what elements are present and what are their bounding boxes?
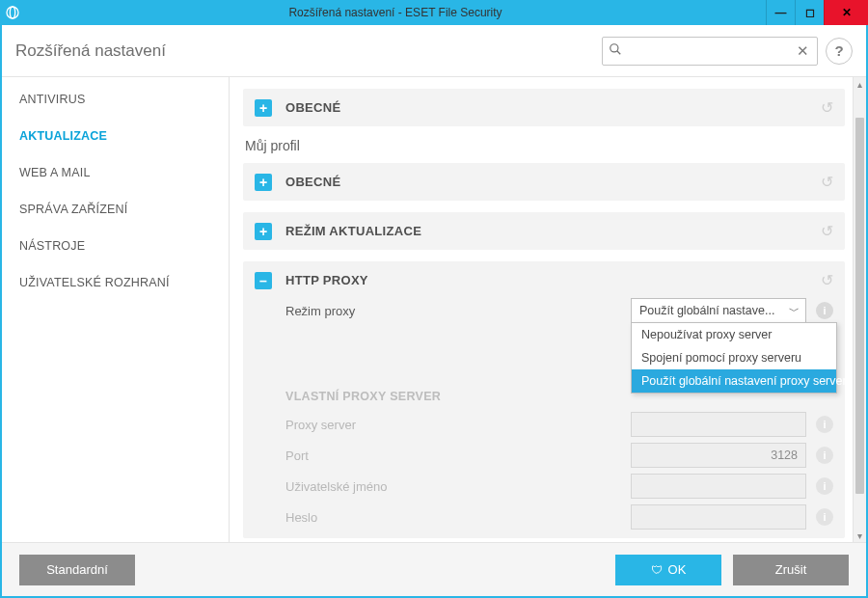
expand-icon[interactable] [255,223,272,240]
field-label: Heslo [285,510,631,525]
expand-icon[interactable] [255,99,272,117]
shield-icon: 🛡 [651,563,663,577]
search-input[interactable] [626,43,795,58]
select-value: Použít globální nastave... [639,304,774,317]
scroll-up-icon[interactable]: ▴ [854,77,866,91]
main-scroll: OBECNÉ ↺ Můj profil OBECNÉ ↺ REŽIM AKTUA… [230,77,853,542]
sidebar-item-aktualizace[interactable]: AKTUALIZACE [2,118,229,154]
section-title: REŽIM AKTUALIZACE [285,224,821,238]
header: Rozšířená nastavení ✕ ? [2,25,866,77]
sidebar-item-antivirus[interactable]: ANTIVIRUS [2,81,229,118]
dropdown-option[interactable]: Nepoužívat proxy server [632,323,836,346]
ok-button[interactable]: 🛡 OK [615,555,721,585]
section-obecne[interactable]: OBECNÉ ↺ [243,163,845,201]
expand-icon[interactable] [255,174,272,191]
section-header[interactable]: HTTP PROXY ↺ [255,271,833,289]
username-input [631,474,806,499]
search-box[interactable]: ✕ [602,37,818,66]
rezim-proxy-dropdown[interactable]: Nepoužívat proxy server Spojení pomocí p… [631,322,837,394]
row-rezim-proxy: Režim proxy Použít globální nastave... ﹀… [285,295,833,326]
titlebar: Rozšířená nastavení - ESET File Security… [0,0,868,25]
clear-search-icon[interactable]: ✕ [795,42,811,60]
content: ANTIVIRUS AKTUALIZACE WEB A MAIL SPRÁVA … [2,77,866,542]
field-label: Port [285,448,631,463]
info-icon: i [816,416,833,433]
port-input [631,443,806,468]
field-label: Režim proxy [285,304,631,318]
reset-icon[interactable]: ↺ [821,98,833,117]
app-logo-icon [0,0,25,25]
window-frame: Rozšířená nastavení ✕ ? ANTIVIRUS AKTUAL… [0,25,868,598]
maximize-button[interactable]: ◻ [795,0,824,25]
password-input [631,504,806,530]
field-label: Proxy server [285,418,631,432]
row-port: Port i [285,440,833,471]
scrollbar[interactable]: ▴ ▾ [853,77,866,542]
scrollbar-thumb[interactable] [855,118,864,494]
info-icon: i [816,508,833,526]
svg-point-1 [10,7,14,18]
section-body: Režim proxy Použít globální nastave... ﹀… [255,289,833,532]
sidebar-item-uzivatelske-rozhrani[interactable]: UŽIVATELSKÉ ROZHRANÍ [2,264,229,301]
svg-point-0 [7,7,18,18]
dropdown-option[interactable]: Spojení pomocí proxy serveru [632,346,836,369]
section-obecne-top[interactable]: OBECNÉ ↺ [243,89,845,126]
rezim-proxy-select[interactable]: Použít globální nastave... ﹀ [631,298,806,323]
sidebar-item-sprava-zarizeni[interactable]: SPRÁVA ZAŘÍZENÍ [2,191,229,228]
sidebar-item-nastroje[interactable]: NÁSTROJE [2,228,229,264]
main-panel: OBECNÉ ↺ Můj profil OBECNÉ ↺ REŽIM AKTUA… [230,77,866,542]
window-title: Rozšířená nastavení - ESET File Security [25,6,766,19]
reset-icon[interactable]: ↺ [821,173,833,191]
section-rezim-aktualizace[interactable]: REŽIM AKTUALIZACE ↺ [243,212,845,250]
collapse-icon[interactable] [255,272,272,289]
page-title: Rozšířená nastavení [15,41,602,61]
dropdown-option-selected[interactable]: Použít globální nastavení proxy serveru [632,369,836,393]
section-title: HTTP PROXY [285,273,821,287]
reset-icon[interactable]: ↺ [821,271,833,289]
field-label: Uživatelské jméno [285,479,631,494]
section-title: OBECNÉ [285,175,821,189]
window-controls: — ◻ ✕ [766,0,868,25]
svg-point-2 [610,44,618,52]
chevron-down-icon: ﹀ [789,304,800,318]
sidebar: ANTIVIRUS AKTUALIZACE WEB A MAIL SPRÁVA … [2,77,230,542]
proxy-server-input [631,412,806,437]
footer: Standardní 🛡 OK Zrušit [2,542,866,596]
cancel-button[interactable]: Zrušit [733,555,849,585]
scroll-down-icon[interactable]: ▾ [854,529,866,542]
row-password: Heslo i [285,502,833,532]
profile-label: Můj profil [245,138,845,153]
search-icon [609,42,622,59]
section-title: OBECNÉ [285,100,821,115]
section-http-proxy: HTTP PROXY ↺ Režim proxy Použít globální… [243,261,845,538]
info-icon: i [816,477,833,495]
info-icon: i [816,447,833,464]
info-icon[interactable]: i [816,302,833,319]
svg-line-3 [617,51,621,55]
reset-icon[interactable]: ↺ [821,222,833,240]
help-button[interactable]: ? [826,38,853,65]
sidebar-item-web-a-mail[interactable]: WEB A MAIL [2,154,229,191]
ok-label: OK [668,562,687,577]
standard-button[interactable]: Standardní [19,555,135,585]
minimize-button[interactable]: — [766,0,795,25]
row-username: Uživatelské jméno i [285,471,833,502]
close-button[interactable]: ✕ [824,0,868,25]
row-proxy-server: Proxy server i [285,409,833,440]
